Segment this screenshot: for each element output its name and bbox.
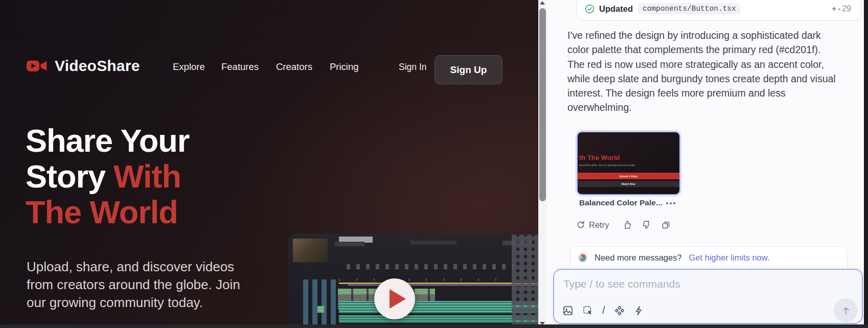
play-button[interactable] bbox=[374, 278, 415, 319]
message-actions: Retry bbox=[576, 220, 671, 230]
thumb-secondary-button: Watch Now bbox=[578, 181, 679, 187]
thumbs-up-icon[interactable] bbox=[622, 220, 632, 230]
sign-up-button[interactable]: Sign Up bbox=[435, 55, 502, 84]
thumb-primary-label: Upload a Video bbox=[620, 175, 638, 178]
nav-link-features[interactable]: Features bbox=[221, 61, 259, 73]
composer-toolbar: / bbox=[562, 304, 644, 316]
arrow-up-icon bbox=[841, 306, 851, 316]
hero-title: Share Your StoryWith The World bbox=[26, 123, 189, 230]
hero-subtitle: Upload, share, and discover videos from … bbox=[27, 258, 241, 312]
hero-title-line2: StoryWith bbox=[26, 158, 189, 194]
editor-detail bbox=[410, 241, 456, 245]
attach-image-icon[interactable] bbox=[562, 305, 574, 316]
nav-link-explore[interactable]: Explore bbox=[173, 61, 205, 73]
message-input[interactable] bbox=[563, 278, 850, 290]
blocks-diamond-icon[interactable] bbox=[614, 305, 625, 316]
vertical-scrollbar[interactable] bbox=[538, 0, 547, 328]
play-icon bbox=[390, 289, 406, 309]
editor-button-grid bbox=[512, 235, 538, 326]
select-element-icon[interactable] bbox=[582, 305, 593, 316]
message-composer[interactable]: / bbox=[553, 269, 863, 324]
thumb-sub-text: around the globe. Join our growing commu… bbox=[579, 164, 635, 167]
brand-name: VideoShare bbox=[55, 57, 140, 75]
editor-timeline-magenta-line bbox=[348, 285, 538, 286]
editor-toolbar bbox=[347, 264, 515, 269]
lightning-icon[interactable] bbox=[634, 306, 644, 316]
diff-minus: - bbox=[838, 4, 840, 13]
file-update-row: Updated components/Button.tsx + - 29 bbox=[577, 2, 861, 16]
video-camera-icon bbox=[26, 58, 48, 74]
nav-link-pricing[interactable]: Pricing bbox=[330, 61, 359, 73]
more-options-icon[interactable] bbox=[666, 202, 675, 204]
thumb-primary-button: Upload a Video bbox=[578, 173, 679, 179]
window-edge-bottom bbox=[0, 324, 868, 328]
editor-detail bbox=[317, 306, 324, 313]
diff-plus: + bbox=[832, 4, 836, 13]
upgrade-link[interactable]: Get higher limits now. bbox=[689, 253, 770, 263]
retry-button[interactable]: Retry bbox=[576, 220, 609, 230]
limits-row: Need more messages? Get higher limits no… bbox=[570, 247, 847, 263]
editor-detail bbox=[335, 242, 364, 246]
diff-stats: + - 29 bbox=[832, 4, 851, 13]
scrollbar-thumb[interactable] bbox=[539, 8, 546, 201]
editor-audio-waveform bbox=[339, 315, 538, 323]
diff-count: 29 bbox=[842, 4, 851, 13]
hero-title-line2-white: Story bbox=[26, 158, 105, 194]
editor-timeline-ticks bbox=[339, 278, 538, 281]
hero-title-line2-red: With bbox=[113, 158, 181, 194]
nav-link-creators[interactable]: Creators bbox=[276, 61, 312, 73]
check-circle-icon bbox=[585, 4, 595, 14]
scroll-up-arrow-icon[interactable] bbox=[540, 1, 545, 5]
refresh-icon bbox=[576, 220, 585, 229]
editor-effects-panel bbox=[303, 279, 340, 326]
editor-timeline-yellow-line bbox=[339, 283, 538, 284]
usage-pie-icon bbox=[578, 253, 587, 263]
preview-title[interactable]: Balanced Color Pale... bbox=[579, 198, 663, 207]
hero-title-line1: Share Your bbox=[26, 123, 189, 158]
window-edge-right bbox=[864, 0, 868, 328]
screen: VideoShare Explore Features Creators Pri… bbox=[0, 0, 868, 328]
editor-audio-waveform bbox=[339, 301, 538, 313]
sign-in-link[interactable]: Sign In bbox=[399, 62, 426, 73]
thumbs-down-icon[interactable] bbox=[642, 220, 652, 230]
brand-link[interactable]: VideoShare bbox=[26, 57, 140, 75]
file-chip: components/Button.tsx bbox=[638, 3, 741, 14]
assistant-message: I've refined the design by introducing a… bbox=[567, 28, 864, 115]
file-update-card[interactable]: Updated components/Button.tsx + - 29 bbox=[577, 0, 862, 20]
video-editor-image bbox=[288, 233, 538, 328]
hero-title-line3: The World bbox=[26, 194, 189, 230]
send-button[interactable] bbox=[834, 298, 858, 322]
chat-panel: Updated components/Button.tsx + - 29 I'v… bbox=[547, 0, 864, 328]
copy-icon[interactable] bbox=[661, 220, 671, 230]
limits-text: Need more messages? bbox=[595, 253, 682, 263]
retry-label: Retry bbox=[589, 220, 609, 230]
thumb-hero-text: th The World bbox=[579, 154, 620, 161]
site-preview-pane: VideoShare Explore Features Creators Pri… bbox=[0, 0, 538, 328]
sign-up-label: Sign Up bbox=[450, 64, 487, 76]
update-label: Updated bbox=[599, 4, 633, 14]
editor-preview-thumb bbox=[293, 239, 328, 262]
preview-thumbnail-card[interactable]: th The World around the globe. Join our … bbox=[577, 131, 680, 195]
thumb-secondary-label: Watch Now bbox=[622, 182, 635, 185]
slash-command-icon[interactable]: / bbox=[602, 304, 605, 316]
